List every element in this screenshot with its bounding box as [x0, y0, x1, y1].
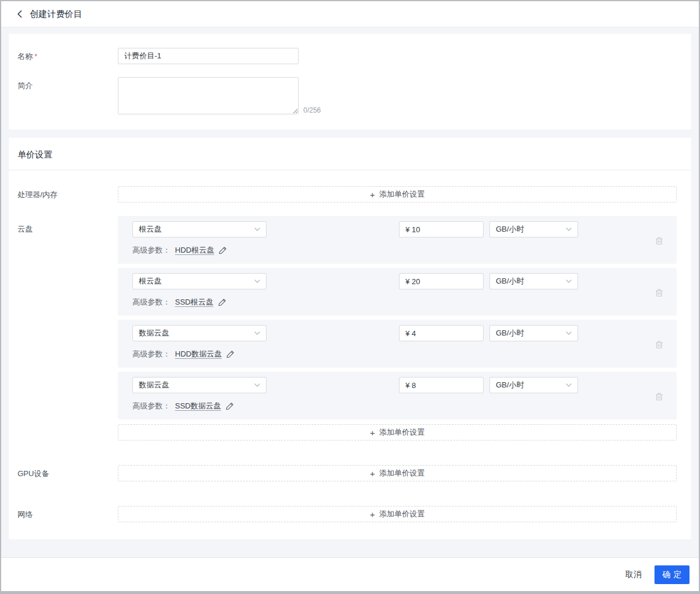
footer-bar: 取消 确定: [1, 557, 699, 591]
disk-type-select[interactable]: 数据云盘: [132, 325, 267, 341]
add-price-label: 添加单价设置: [379, 189, 425, 200]
group-network-content: + 添加单价设置: [118, 506, 677, 522]
disk-price-row: 根云盘 GB/小时 高级参数：: [118, 268, 677, 316]
add-price-label: 添加单价设置: [379, 468, 425, 478]
disk-row-controls: 数据云盘 GB/小时: [132, 377, 662, 393]
unit-select[interactable]: GB/小时: [489, 221, 578, 237]
add-price-button-cpu[interactable]: + 添加单价设置: [118, 186, 677, 202]
delete-row-button[interactable]: [654, 340, 664, 350]
intro-label-text: 简介: [18, 81, 33, 90]
delete-row-button[interactable]: [654, 236, 664, 246]
disk-price-row: 数据云盘 GB/小时 高级参数：: [118, 372, 677, 420]
disk-type-value: 数据云盘: [139, 328, 169, 338]
delete-row-button[interactable]: [654, 392, 664, 401]
group-disk-label: 云盘: [18, 216, 118, 441]
advanced-value: HDD根云盘: [175, 245, 214, 256]
name-input[interactable]: [118, 48, 299, 64]
required-asterisk: *: [34, 52, 37, 61]
trash-icon: [654, 288, 664, 298]
group-network-label: 网络: [18, 506, 118, 522]
basic-info-card: 名称* 简介 0/256: [9, 34, 691, 130]
edit-advanced-button[interactable]: [226, 402, 234, 410]
name-row: 名称*: [9, 48, 691, 64]
disk-type-select[interactable]: 数据云盘: [132, 377, 267, 393]
advanced-label: 高级参数：: [132, 349, 170, 359]
intro-row: 简介 0/256: [9, 77, 691, 114]
intro-field-wrap: 0/256: [118, 77, 321, 114]
pencil-icon: [226, 350, 235, 358]
pencil-icon: [219, 246, 227, 254]
price-input[interactable]: [399, 325, 484, 341]
chevron-left-icon: [17, 10, 22, 18]
edit-advanced-button[interactable]: [218, 298, 226, 306]
chevron-down-icon: [254, 279, 260, 283]
group-cpu-memory: 处理器/内存 + 添加单价设置: [9, 186, 691, 202]
price-input[interactable]: [399, 221, 484, 237]
back-button[interactable]: [14, 9, 24, 19]
add-price-button-gpu[interactable]: + 添加单价设置: [118, 465, 677, 481]
advanced-param-line: 高级参数： SSD数据云盘: [132, 401, 662, 411]
confirm-button[interactable]: 确定: [654, 565, 690, 584]
page-content: 名称* 简介 0/256 单价设置 处: [1, 27, 699, 557]
disk-price-row: 根云盘 GB/小时 高级参数：: [118, 216, 677, 264]
plus-icon: +: [370, 509, 375, 519]
group-gpu: GPU设备 + 添加单价设置: [9, 465, 691, 481]
advanced-param-line: 高级参数： SSD根云盘: [132, 297, 662, 308]
group-cpu-content: + 添加单价设置: [118, 186, 677, 202]
group-disk-content: 根云盘 GB/小时 高级参数：: [118, 216, 677, 441]
pencil-icon: [226, 402, 234, 410]
disk-type-value: 数据云盘: [139, 380, 169, 390]
group-cpu-label: 处理器/内存: [18, 186, 118, 202]
cancel-button[interactable]: 取消: [625, 569, 642, 580]
unit-value: GB/小时: [496, 276, 524, 286]
unit-value: GB/小时: [496, 328, 524, 338]
name-label-text: 名称: [18, 52, 33, 61]
chevron-down-icon: [254, 228, 260, 231]
advanced-label: 高级参数：: [132, 297, 170, 308]
unit-select[interactable]: GB/小时: [489, 377, 578, 393]
edit-advanced-button[interactable]: [219, 246, 227, 254]
advanced-param-line: 高级参数： HDD根云盘: [132, 245, 662, 256]
advanced-value: HDD数据云盘: [175, 349, 222, 359]
advanced-param-line: 高级参数： HDD数据云盘: [132, 349, 662, 359]
trash-icon: [654, 340, 664, 350]
create-pricing-window: 创建计费价目 名称* 简介 0/256: [0, 0, 700, 594]
chevron-down-icon: [566, 228, 572, 231]
unit-select[interactable]: GB/小时: [489, 273, 578, 289]
add-price-button-network[interactable]: + 添加单价设置: [118, 506, 677, 522]
section-title: 单价设置: [18, 149, 52, 159]
add-price-button-disk[interactable]: + 添加单价设置: [118, 424, 677, 441]
chevron-down-icon: [254, 331, 260, 335]
chevron-down-icon: [566, 383, 572, 387]
intro-label: 简介: [18, 77, 118, 114]
disk-row-controls: 数据云盘 GB/小时: [132, 325, 662, 341]
unit-value: GB/小时: [496, 224, 524, 235]
chevron-down-icon: [566, 279, 572, 283]
disk-type-value: 根云盘: [139, 224, 162, 235]
plus-icon: +: [370, 469, 375, 478]
price-groups: 处理器/内存 + 添加单价设置 云盘: [9, 170, 691, 522]
disk-type-select[interactable]: 根云盘: [132, 273, 267, 289]
chevron-down-icon: [254, 383, 260, 387]
advanced-value: SSD根云盘: [175, 297, 214, 308]
titlebar: 创建计费价目: [1, 1, 699, 27]
chevron-down-icon: [566, 331, 572, 335]
advanced-label: 高级参数：: [132, 401, 170, 411]
price-input[interactable]: [399, 273, 484, 289]
intro-textarea[interactable]: [118, 77, 299, 114]
unit-select[interactable]: GB/小时: [489, 325, 578, 341]
edit-advanced-button[interactable]: [226, 350, 235, 358]
plus-icon: +: [370, 428, 375, 438]
advanced-label: 高级参数：: [132, 245, 170, 256]
price-input[interactable]: [399, 377, 484, 393]
group-gpu-label: GPU设备: [18, 465, 118, 481]
disk-row-controls: 根云盘 GB/小时: [132, 221, 662, 237]
char-counter: 0/256: [303, 106, 321, 114]
name-label: 名称*: [18, 48, 118, 64]
unit-value: GB/小时: [496, 380, 524, 390]
add-price-label: 添加单价设置: [379, 509, 425, 519]
plus-icon: +: [370, 190, 375, 200]
disk-type-select[interactable]: 根云盘: [132, 221, 267, 237]
advanced-value: SSD数据云盘: [175, 401, 221, 411]
delete-row-button[interactable]: [654, 288, 664, 298]
